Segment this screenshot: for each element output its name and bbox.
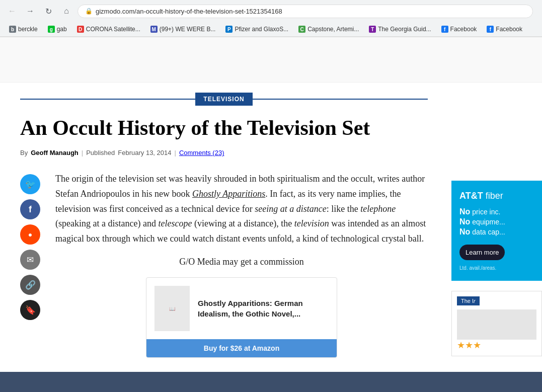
forward-button[interactable]: → [23,4,37,18]
att-feature-1: No price inc. [459,207,534,216]
article-section: TELEVISION An Occult History of the Tele… [0,93,448,368]
address-bar[interactable]: 🔒 gizmodo.com/an-occult-history-of-the-t… [78,5,533,18]
product-card: 📖 Ghostly Apparitions: German Idealism, … [146,277,337,358]
back-button[interactable]: ← [5,4,19,18]
facebook-share-button[interactable]: f [20,199,40,219]
category-wrapper: TELEVISION [20,93,428,106]
att-fiber-label: fiber [486,191,503,201]
browser-chrome: ← → ↻ ⌂ 🔒 gizmodo.com/an-occult-history-… [0,0,542,37]
star-rating: ★★★ [457,340,536,351]
bookmark-item[interactable]: ggab [44,24,71,34]
navigation-bar: ← → ↻ ⌂ 🔒 gizmodo.com/an-occult-history-… [0,0,542,22]
twitter-icon: 🐦 [25,179,36,190]
product-image-placeholder-text: 📖 [169,306,175,311]
bookmark-item[interactable]: M(99+) WE WERE B... [146,24,220,34]
bookmark-item[interactable]: PPfizer and GlaxoS... [221,24,292,34]
lock-icon: 🔒 [85,8,93,15]
att-feature-3: No data cap... [459,227,534,237]
product-image: 📖 [154,286,190,331]
byline: By Geoff Manaugh | Published February 13… [20,149,428,156]
product-card-inner: 📖 Ghostly Apparitions: German Idealism, … [146,278,337,339]
byline-published-label: Published [86,149,115,156]
page-container: TELEVISION An Occult History of the Tele… [0,93,542,368]
bookmark-item[interactable]: TThe Georgia Guid... [365,24,435,34]
comments-link[interactable]: Comments (23) [179,149,224,156]
att-features: No price inc. No equipme... No data cap.… [459,207,534,237]
page-wrapper: TELEVISION An Occult History of the Tele… [0,83,542,383]
ghostly-apparitions-link[interactable]: Ghostly Apparitions [192,189,265,199]
category-line-right [253,99,428,100]
social-sidebar: 🐦 f ● ✉ 🔗 🔖 [20,172,45,368]
reddit-icon: ● [28,230,32,239]
bookmark-item[interactable]: DCORONA Satellite... [73,24,144,34]
bookmark-button[interactable]: 🔖 [20,300,40,320]
taskbar [0,372,542,383]
twitter-share-button[interactable]: 🐦 [20,174,40,194]
link-icon: 🔗 [25,280,36,290]
att-feature-2: No equipme... [459,217,534,226]
content-layout: 🐦 f ● ✉ 🔗 🔖 [20,172,428,368]
affiliate-notice: G/O Media may get a commission [55,255,428,270]
category-tag[interactable]: TELEVISION [195,93,252,106]
product-title: Ghostly Apparitions: German Idealism, th… [198,298,329,319]
att-feature-text-3: data cap... [472,228,505,236]
refresh-button[interactable]: ↻ [41,4,55,18]
sidebar-card2-tag: The Ir [457,296,480,305]
byline-date: February 13, 2014 [118,149,171,156]
sidebar-card-2: The Ir ★★★ [451,291,542,356]
article-paragraph-1: The origin of the television set was hea… [55,172,428,246]
sidebar-card2-preview [457,309,536,340]
att-advertisement: AT&T fiber No price inc. No equipme... N… [451,181,542,281]
bookmark-item[interactable]: CCapstone, Artemi... [294,24,363,34]
reddit-share-button[interactable]: ● [20,224,40,245]
att-no-2: No [459,217,470,226]
sidebar-card2-tag-text: The Ir [461,298,476,304]
email-share-button[interactable]: ✉ [20,250,40,270]
buy-button[interactable]: Buy for $26 at Amazon [146,339,337,357]
email-icon: ✉ [27,255,34,265]
home-button[interactable]: ⌂ [59,4,73,18]
facebook-icon: f [29,204,32,215]
att-brand: AT&T [459,191,483,201]
att-no-3: No [459,227,470,237]
copy-link-button[interactable]: 🔗 [20,275,40,295]
bookmark-item[interactable]: fFacebook [483,24,526,34]
bookmarks-bar: bberckleggabDCORONA Satellite...M(99+) W… [0,22,542,37]
att-disclaimer: Ltd. avail./areas. [459,265,534,271]
right-sidebar: AT&T fiber No price inc. No equipme... N… [451,93,542,356]
att-feature-text-2: equipme... [472,218,505,226]
att-logo: AT&T fiber [459,191,534,201]
bookmark-icon: 🔖 [25,305,36,316]
bookmark-item[interactable]: fFacebook [437,24,481,34]
article-body: The origin of the television set was hea… [55,172,428,368]
byline-separator: | [82,149,83,156]
category-line-left [20,99,195,100]
byline-separator2: | [175,149,176,156]
url-text: gizmodo.com/an-occult-history-of-the-tel… [96,8,525,15]
byline-author[interactable]: Geoff Manaugh [31,149,79,156]
att-feature-text-1: price inc. [472,208,500,216]
ad-banner [0,37,542,83]
byline-prefix: By [20,149,28,156]
article-title: An Occult History of the Television Set [20,116,428,140]
att-no-1: No [459,207,470,216]
att-learn-more-button[interactable]: Learn more [459,245,505,260]
bookmark-item[interactable]: bberckle [5,24,42,34]
product-info: Ghostly Apparitions: German Idealism, th… [198,298,329,319]
